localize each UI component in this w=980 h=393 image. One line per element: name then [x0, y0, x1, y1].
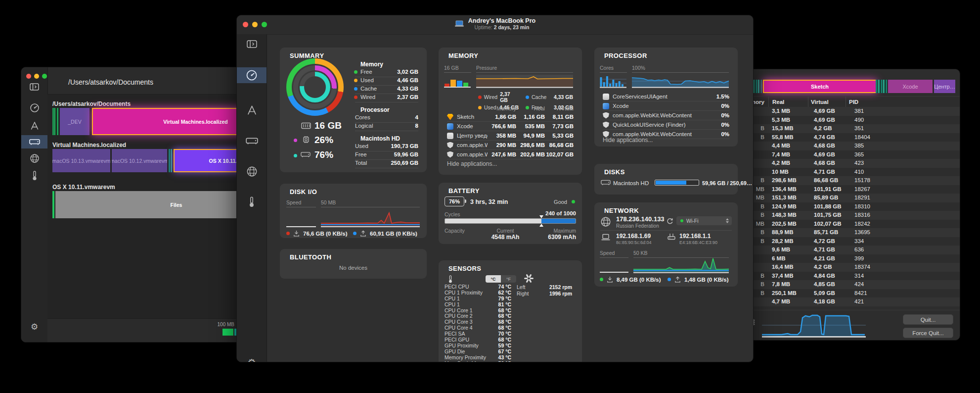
process-table-row[interactable]: B 37,4 MB 4,84 GB 314 — [718, 272, 960, 281]
treemap-block-xcode[interactable]: Xcode — [888, 80, 933, 93]
process-table-row[interactable]: B 124,9 MB 101,88 GB 18310 — [718, 202, 960, 211]
network-panel: NETWORK 178.236.140.133 Russian Federati… — [594, 202, 738, 287]
uptime: Uptime: 2 days, 23 min — [468, 24, 535, 30]
interface-select[interactable]: Wi-Fi — [676, 216, 732, 225]
thermometer-icon — [446, 274, 454, 285]
treemap-small-items[interactable] — [52, 191, 54, 218]
process-table-row[interactable]: 4,7 MB 4,18 GB 421 — [718, 297, 960, 306]
cell-pid: 636 — [851, 246, 960, 254]
network-up-total: 1,48 GB (0 KB/s) — [668, 276, 728, 283]
cell-pid: 424 — [851, 280, 960, 289]
minimize-button[interactable] — [34, 74, 39, 79]
panel-title: NETWORK — [604, 207, 639, 214]
storage-drive-icon — [246, 137, 258, 145]
memory-bars-chart — [444, 77, 471, 88]
process-table-row[interactable]: 10 MB 4,71 GB 410 — [718, 168, 960, 177]
treemap-block-macos1013[interactable]: macOS 10.13.vmwarevm — [52, 149, 110, 172]
sidebar-item-network[interactable] — [21, 152, 47, 164]
sidebar-item-dashboard[interactable] — [21, 102, 47, 114]
cell-virtual: 4,2 GB — [811, 263, 851, 272]
summary-row: Cores4 — [355, 114, 418, 123]
process-table-row[interactable]: MB 151,3 MB 85,89 GB 18291 — [718, 194, 960, 202]
processor-app-row: QuickLookUIService (Finder) 0% — [603, 120, 729, 130]
settings-button[interactable]: ⚙ — [21, 321, 47, 333]
hide-applications-link[interactable]: Hide applications... — [603, 137, 653, 144]
legend-item: Wired2,37 GB — [478, 91, 526, 103]
process-table-row[interactable]: B 250,1 MB 5,09 GB 8421 — [718, 289, 960, 298]
sidebar-item-applications[interactable] — [237, 103, 267, 116]
process-table-row[interactable]: B 15,3 MB 4,2 GB 351 — [718, 124, 960, 133]
cell-real: 5,3 MB — [764, 116, 811, 125]
cell-pid: 399 — [851, 254, 960, 263]
settings-button[interactable]: ⚙ — [237, 356, 267, 362]
applications-icon — [30, 121, 40, 131]
zoom-button[interactable] — [42, 74, 47, 79]
fan-value: 2152 rpm — [541, 284, 572, 291]
process-table-row[interactable]: 3,1 MB 4,69 GB 381 — [718, 107, 960, 116]
column-pid[interactable]: PID — [846, 97, 960, 107]
sidebar-item-dashboard-selected[interactable] — [237, 67, 267, 83]
app-name: Xcode — [457, 123, 488, 129]
sidebar-toggle-button[interactable] — [21, 81, 47, 92]
process-table-row[interactable]: B 28,2 MB 4,72 GB 334 — [718, 237, 960, 246]
quit-button[interactable]: Quit... — [903, 314, 953, 325]
app-memory: 358 MB — [488, 133, 516, 139]
treemap-block-sketch-selected[interactable]: Sketch — [763, 80, 877, 93]
path-title: /Users/atsarkov/Documents — [68, 78, 153, 86]
temperature-row: CPU 1 Proximity 62 °C — [445, 290, 511, 296]
network-graph — [633, 255, 729, 273]
celsius-button[interactable]: °C — [486, 275, 501, 283]
process-table-row[interactable]: 4,4 MB 4,68 GB 385 — [718, 142, 960, 150]
process-table-row[interactable]: B 88,9 MB 85,71 GB 13695 — [718, 228, 960, 237]
process-table-row[interactable]: B 298,6 MB 86,68 GB 15178 — [718, 176, 960, 185]
process-table-row[interactable]: MB 136,4 MB 101,91 GB 18267 — [718, 185, 960, 194]
hide-applications-link[interactable]: Hide applications... — [447, 160, 497, 167]
close-button[interactable] — [26, 74, 31, 79]
process-table-row[interactable]: B 55,8 MB 4,74 GB 18404 — [718, 133, 960, 142]
summary-panel: SUMMARY 16 GB 26% 76% Memory Free3,02 GB… — [280, 48, 427, 172]
process-table-row[interactable]: 9,6 MB 4,71 GB 636 — [718, 246, 960, 254]
cell-real: 9,6 MB — [764, 246, 811, 254]
settings-gear-icon: ⚙ — [247, 358, 256, 363]
cell-virtual: 5,09 GB — [811, 289, 851, 298]
disk-usage: 76% — [314, 149, 333, 160]
treemap-small-items[interactable] — [52, 108, 59, 135]
treemap-block-macos1012[interactable]: macOS 10.12.vmwarevm — [112, 149, 167, 172]
sidebar-item-sensors[interactable] — [237, 196, 267, 208]
fahrenheit-button[interactable]: °F — [501, 275, 516, 283]
process-table-row[interactable]: 6 MB 4,21 GB 399 — [718, 254, 960, 263]
process-table-row[interactable]: 5,3 MB 4,69 GB 490 — [718, 116, 960, 125]
disk-io-graph — [321, 206, 420, 227]
force-quit-button[interactable]: Force Quit... — [903, 328, 953, 338]
thermometer-icon — [30, 170, 40, 181]
process-treemap-bar: Sketch Xcode Центр… — [718, 80, 956, 93]
sidebar-item-storage[interactable] — [237, 134, 267, 147]
process-table-row[interactable]: B 7,8 MB 4,85 GB 424 — [718, 280, 960, 289]
treemap-block-dev[interactable]: _DEV — [60, 108, 89, 135]
refresh-icon[interactable] — [667, 218, 673, 225]
sensors-panel: SENSORS °C °F PECI CPU 74 °C CPU 1 Proxi… — [439, 260, 582, 362]
column-real[interactable]: Real — [768, 97, 808, 107]
process-table-row[interactable]: B 148,3 MB 101,75 GB 18316 — [718, 211, 960, 220]
treemap-small-items[interactable] — [169, 149, 172, 172]
treemap-block-centr[interactable]: Центр… — [934, 80, 955, 93]
cell-real: 136,4 MB — [764, 185, 811, 194]
sidebar-item-storage-selected[interactable] — [21, 135, 47, 148]
app-cpu-percent: 0% — [710, 122, 729, 128]
treemap-small-items[interactable] — [876, 80, 887, 93]
sidebar-toggle-button[interactable] — [237, 38, 267, 50]
cell-pid: 18267 — [851, 185, 960, 194]
process-table-row[interactable]: 7,4 MB 4,69 GB 365 — [718, 150, 960, 159]
fan-row: Right 1996 rpm — [517, 291, 572, 297]
process-table-row[interactable]: MB 202,5 MB 102,07 GB 18242 — [718, 220, 960, 229]
sidebar-item-network[interactable] — [237, 165, 267, 178]
speed-label: Speed — [600, 250, 628, 258]
system-monitor-window: Andrey's MacBook Pro Uptime: 2 days, 23 … — [236, 15, 754, 362]
block-label: Sketch — [811, 84, 829, 90]
process-table-row[interactable]: 16,4 MB 4,2 GB 18374 — [718, 263, 960, 272]
column-virtual[interactable]: Virtual — [808, 97, 846, 107]
process-table-row[interactable]: 4,2 MB 4,68 GB 423 — [718, 159, 960, 168]
sidebar-item-applications[interactable] — [21, 120, 47, 132]
sidebar-item-sensors[interactable] — [21, 170, 47, 182]
block-label: Virtual Machines.localized — [163, 119, 228, 125]
